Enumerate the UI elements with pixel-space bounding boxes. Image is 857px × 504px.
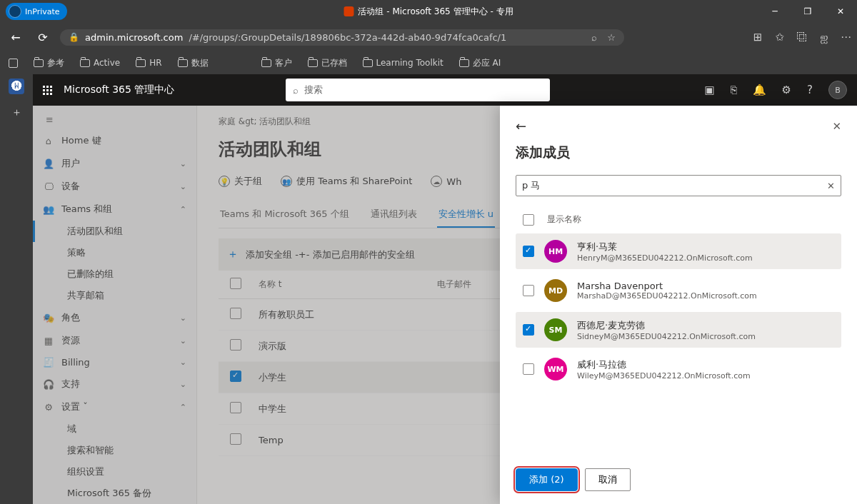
window-title-text: 活动组 - Microsoft 365 管理中心 - 专用 bbox=[358, 6, 513, 18]
settings-icon[interactable]: ⚙ bbox=[782, 84, 791, 96]
bookmark-6[interactable]: Learning Toolkit bbox=[363, 58, 443, 68]
browser-addressbar: ← ⟳ 🔒 admin.microsoft.com /#/groups/:Gro… bbox=[0, 23, 857, 51]
browser-refresh-button[interactable]: ⟳ bbox=[33, 27, 53, 47]
member-checkbox[interactable] bbox=[523, 246, 534, 257]
bookmark-1[interactable]: Active bbox=[80, 58, 120, 68]
cancel-button[interactable]: 取消 bbox=[585, 468, 631, 491]
member-avatar: WM bbox=[544, 358, 567, 380]
inprivate-label: InPrivate bbox=[25, 7, 60, 16]
member-row[interactable]: SM西德尼·麦克劳德SidneyM@M365EDU042212.OnMicros… bbox=[516, 312, 841, 348]
bookmark-7[interactable]: 必应 AI bbox=[459, 57, 501, 69]
window-title: 活动组 - Microsoft 365 管理中心 - 专用 bbox=[344, 6, 513, 18]
member-avatar: SM bbox=[544, 318, 567, 341]
window-maximize-button[interactable]: ❐ bbox=[791, 0, 824, 23]
browser-side-rail: 🅦 ＋ bbox=[0, 74, 33, 504]
panel-title: 添加成员 bbox=[516, 143, 841, 162]
search-value: p 马 bbox=[522, 179, 540, 192]
avatar[interactable]: B bbox=[828, 81, 847, 99]
browser-back-button[interactable]: ← bbox=[6, 27, 26, 47]
collections-icon[interactable]: ⿻ bbox=[797, 31, 808, 44]
url-field[interactable]: 🔒 admin.microsoft.com /#/groups/:GroupDe… bbox=[60, 29, 624, 46]
select-all-members-checkbox[interactable] bbox=[523, 214, 534, 226]
member-name: 威利·马拉德 bbox=[577, 358, 751, 371]
bookmark-3[interactable]: 数据 bbox=[178, 57, 209, 69]
bookmark-4[interactable]: 客户 bbox=[261, 57, 292, 69]
member-name: 西德尼·麦克劳德 bbox=[577, 319, 756, 332]
bookmark-2[interactable]: HR bbox=[136, 58, 161, 68]
app-favicon bbox=[344, 6, 354, 16]
member-checkbox[interactable] bbox=[523, 285, 534, 296]
member-row[interactable]: HM亨利·马莱HenryM@M365EDU042212.OnMicrosoft.… bbox=[516, 233, 841, 269]
app-header: Microsoft 365 管理中心 ⌕ 搜索 ▣ ⎘ 🔔 ⚙ ? B bbox=[33, 74, 857, 106]
bookmark-5[interactable]: 已存档 bbox=[308, 57, 347, 69]
member-email: MarshaD@M365EDU042212.OnMicrosoft.com bbox=[577, 291, 757, 301]
photo-icon[interactable]: ▣ bbox=[704, 84, 714, 96]
member-name: 亨利·马莱 bbox=[577, 241, 753, 253]
clear-search-icon[interactable]: ✕ bbox=[827, 181, 835, 191]
bookmark-tab-icon[interactable] bbox=[9, 59, 18, 68]
panel-close-button[interactable]: ✕ bbox=[832, 120, 841, 133]
favorite-icon[interactable]: ☆ bbox=[607, 32, 616, 43]
url-host: admin.microsoft.com bbox=[85, 32, 183, 43]
inprivate-badge: InPrivate bbox=[6, 3, 67, 20]
reading-list-icon[interactable]: ⊞ bbox=[753, 31, 763, 44]
window-close-button[interactable]: ✕ bbox=[824, 0, 857, 23]
col-display-name[interactable]: 显示名称 bbox=[547, 213, 581, 226]
note-icon[interactable]: ⎘ bbox=[731, 84, 737, 96]
app-body: ≡ ⌂Home 键👤用户⌄🖵设备⌄👥Teams 和组⌃活动团队和组策略已删除的组… bbox=[33, 106, 857, 504]
member-row[interactable]: MDMarsha DavenportMarshaD@M365EDU042212.… bbox=[516, 273, 841, 308]
member-checkbox[interactable] bbox=[523, 324, 534, 336]
app-search-input[interactable]: ⌕ 搜索 bbox=[286, 79, 550, 101]
favorites-icon[interactable]: ✩ bbox=[775, 31, 784, 44]
extensions-icon[interactable]: ஐ bbox=[821, 31, 828, 44]
member-name: Marsha Davenport bbox=[577, 281, 757, 291]
more-icon[interactable]: ⋯ bbox=[841, 31, 851, 44]
search-icon: ⌕ bbox=[293, 85, 299, 96]
add-members-panel: ← ✕ 添加成员 p 马 ✕ 显示名称 HM亨利·马莱HenryM@M365ED… bbox=[500, 106, 857, 504]
bookmark-0[interactable]: 参考 bbox=[34, 57, 64, 69]
member-row[interactable]: WM威利·马拉德WileyM@M365EDU042212.OnMicrosoft… bbox=[516, 351, 841, 387]
add-tab-icon[interactable]: ＋ bbox=[9, 104, 24, 120]
member-search-input[interactable]: p 马 ✕ bbox=[516, 175, 841, 196]
admin-center-app: Microsoft 365 管理中心 ⌕ 搜索 ▣ ⎘ 🔔 ⚙ ? B ≡ ⌂H… bbox=[33, 74, 857, 504]
url-path: /#/groups/:GroupDetails/189806bc-372a-44… bbox=[189, 32, 506, 43]
member-email: HenryM@M365EDU042212.OnMicrosoft.com bbox=[577, 253, 753, 263]
member-email: WileyM@M365EDU042212.OnMicrosoft.com bbox=[577, 371, 751, 380]
search-in-page-icon[interactable]: ⌕ bbox=[591, 32, 597, 43]
member-avatar: HM bbox=[544, 240, 567, 263]
add-button[interactable]: 添加 (2) bbox=[516, 468, 578, 491]
window-titlebar: InPrivate 活动组 - Microsoft 365 管理中心 - 专用 … bbox=[0, 0, 857, 23]
app-title: Microsoft 365 管理中心 bbox=[64, 84, 174, 96]
panel-back-button[interactable]: ← bbox=[516, 119, 526, 133]
help-icon[interactable]: ? bbox=[807, 84, 813, 96]
members-header: 显示名称 bbox=[516, 209, 841, 230]
bookmarks-bar: 参考ActiveHR数据客户已存档Learning Toolkit必应 AI bbox=[0, 51, 857, 74]
window-minimize-button[interactable]: ─ bbox=[758, 0, 791, 23]
app-launcher-icon[interactable] bbox=[43, 86, 52, 95]
member-avatar: MD bbox=[544, 279, 567, 302]
inprivate-dot bbox=[9, 5, 21, 18]
member-checkbox[interactable] bbox=[523, 363, 534, 375]
word-app-icon[interactable]: 🅦 bbox=[9, 79, 24, 94]
member-email: SidneyM@M365EDU042212.OnMicrosoft.com bbox=[577, 332, 756, 341]
lock-icon: 🔒 bbox=[69, 32, 79, 42]
notifications-icon[interactable]: 🔔 bbox=[753, 84, 766, 96]
app-search-placeholder: 搜索 bbox=[304, 84, 323, 96]
